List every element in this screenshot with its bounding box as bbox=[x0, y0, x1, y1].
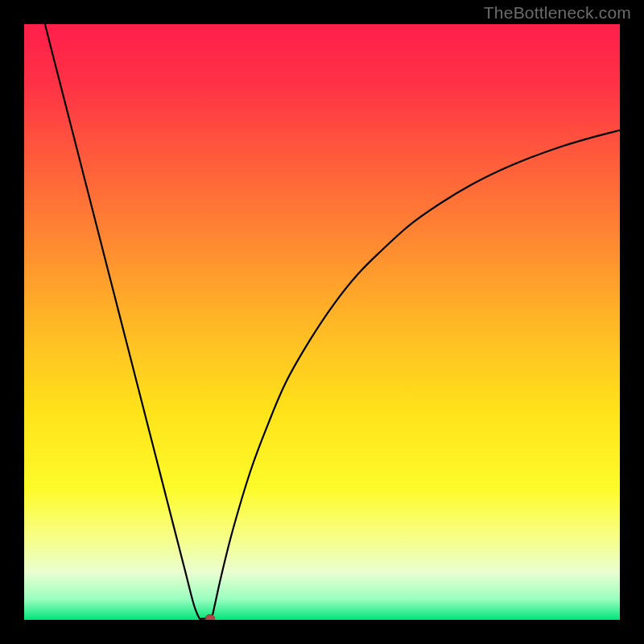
plot-area bbox=[24, 24, 620, 620]
outer-frame: TheBottleneck.com bbox=[0, 0, 644, 644]
minimum-marker bbox=[205, 615, 214, 620]
chart-svg bbox=[24, 24, 620, 620]
watermark-text: TheBottleneck.com bbox=[484, 3, 631, 23]
